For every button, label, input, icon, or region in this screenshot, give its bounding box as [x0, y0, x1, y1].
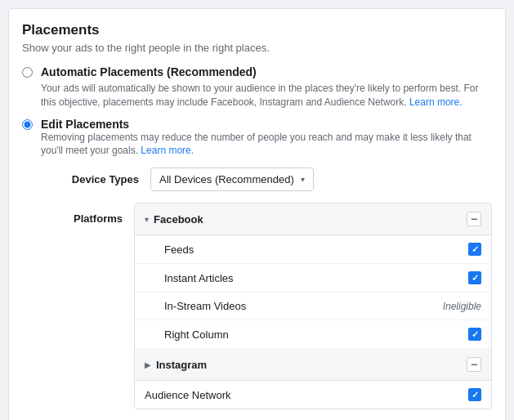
right-column-checkbox[interactable] [468, 328, 481, 341]
automatic-learn-more[interactable]: Learn more. [409, 96, 463, 108]
automatic-radio[interactable] [22, 67, 33, 78]
feeds-checkbox[interactable] [468, 243, 481, 256]
placements-card: Placements Show your ads to the right pe… [8, 8, 506, 420]
facebook-chevron-down-icon: ▾ [145, 215, 149, 224]
facebook-header[interactable]: ▾ Facebook − [135, 203, 491, 235]
page-subtitle: Show your ads to the right people in the… [22, 42, 492, 54]
device-types-value: All Devices (Recommended) [159, 173, 294, 185]
device-types-row: Device Types All Devices (Recommended) ▾ [57, 168, 492, 191]
platforms-row: Platforms ▾ Facebook − Feeds [41, 203, 492, 409]
instagram-chevron-right-icon: ▶ [145, 360, 151, 369]
placement-options: Automatic Placements (Recommended) Your … [22, 65, 492, 409]
edit-radio[interactable] [22, 119, 33, 130]
instagram-platform-name: Instagram [156, 359, 207, 371]
edit-placements-option[interactable]: Edit Placements Removing placements may … [22, 118, 492, 410]
ineligible-label: Ineligible [443, 301, 481, 312]
edit-placements-content: Edit Placements Removing placements may … [41, 118, 492, 410]
automatic-placements-content: Automatic Placements (Recommended) Your … [41, 65, 492, 109]
instant-articles-placement: Instant Articles [135, 264, 491, 293]
edit-learn-more[interactable]: Learn more. [141, 145, 194, 156]
facebook-platform-name: Facebook [154, 213, 203, 226]
automatic-description: Your ads will automatically be shown to … [41, 82, 492, 109]
feeds-placement: Feeds [135, 235, 491, 264]
automatic-label[interactable]: Automatic Placements (Recommended) [41, 65, 257, 78]
edit-description-text: Removing placements may reduce the numbe… [41, 132, 472, 157]
chevron-down-icon: ▾ [301, 175, 305, 184]
feeds-name: Feeds [164, 244, 194, 256]
page-title: Placements [22, 22, 492, 38]
in-stream-videos-name: In-Stream Videos [164, 300, 246, 312]
instant-articles-checkbox[interactable] [468, 271, 481, 284]
instagram-minus-button[interactable]: − [467, 357, 481, 372]
instant-articles-name: Instant Articles [164, 272, 234, 284]
facebook-header-left: ▾ Facebook [145, 213, 203, 226]
platforms-list: ▾ Facebook − Feeds Instant Articles [134, 203, 492, 409]
right-column-placement: Right Column [135, 320, 491, 349]
device-types-select[interactable]: All Devices (Recommended) ▾ [150, 168, 314, 191]
audience-network-placement: Audience Network [135, 380, 491, 409]
edit-description: Removing placements may reduce the numbe… [41, 131, 492, 159]
audience-network-name: Audience Network [145, 389, 231, 401]
right-column-name: Right Column [164, 328, 229, 341]
instagram-header[interactable]: ▶ Instagram − [135, 349, 491, 380]
automatic-placements-option[interactable]: Automatic Placements (Recommended) Your … [22, 65, 492, 109]
in-stream-videos-placement: In-Stream Videos Ineligible [135, 293, 491, 320]
facebook-minus-button[interactable]: − [467, 212, 481, 226]
edit-label[interactable]: Edit Placements [41, 118, 129, 131]
platforms-label: Platforms [41, 203, 123, 225]
instagram-header-left: ▶ Instagram [145, 359, 207, 371]
audience-network-checkbox[interactable] [468, 388, 481, 401]
device-types-label: Device Types [57, 173, 139, 185]
